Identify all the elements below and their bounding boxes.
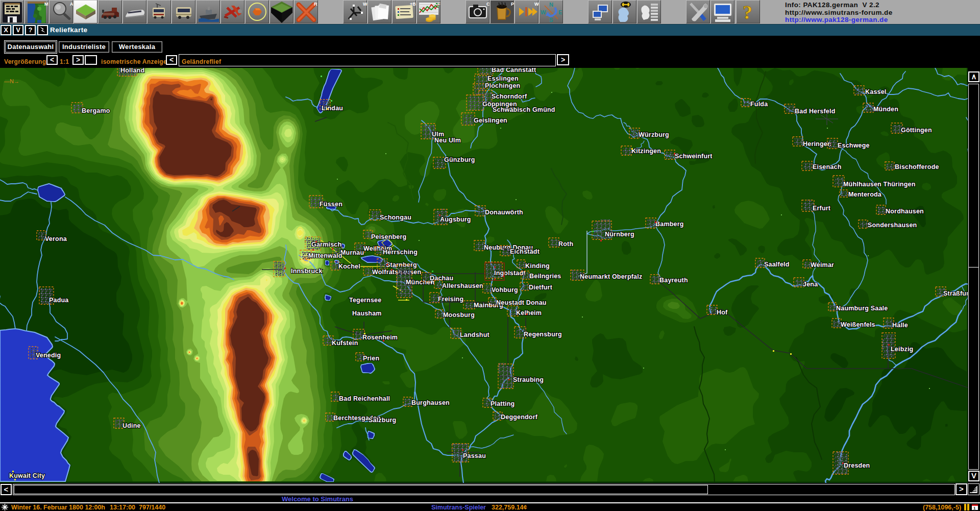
- svg-text:Deggendorf: Deggendorf: [501, 413, 538, 421]
- svg-text:Bergamo: Bergamo: [82, 107, 110, 114]
- svg-text:+B: +B: [410, 2, 416, 7]
- svg-text:Eisenach: Eisenach: [813, 163, 842, 171]
- svg-text:Bad Cannstatt: Bad Cannstatt: [492, 68, 536, 74]
- svg-text:Weißenfels: Weißenfels: [841, 321, 875, 328]
- svg-text:Nordhausen: Nordhausen: [886, 208, 924, 215]
- svg-text:Bamberg: Bamberg: [655, 221, 684, 228]
- svg-text:Schweinfurt: Schweinfurt: [675, 153, 713, 160]
- svg-text:Schwäbisch Gmünd: Schwäbisch Gmünd: [493, 106, 555, 113]
- svg-text:Erfurt: Erfurt: [813, 205, 831, 212]
- svg-text:Verona: Verona: [45, 235, 67, 242]
- svg-text:Peisenberg: Peisenberg: [371, 233, 406, 240]
- svg-text:Bischofferode: Bischofferode: [895, 163, 939, 171]
- svg-text:Plochingen: Plochingen: [485, 82, 520, 89]
- svg-text:Münden: Münden: [873, 106, 898, 113]
- svg-text:M: M: [44, 2, 48, 7]
- svg-text:Herrsching: Herrsching: [383, 249, 418, 256]
- svg-text:W: W: [363, 2, 367, 7]
- svg-text:Hof: Hof: [717, 309, 728, 316]
- svg-text:Prien: Prien: [363, 355, 379, 362]
- svg-text:Mittenwald: Mittenwald: [308, 252, 342, 259]
- svg-text:Füssen: Füssen: [320, 201, 342, 208]
- svg-text:Tegernsee: Tegernsee: [349, 297, 381, 304]
- svg-text:Burghausen: Burghausen: [411, 399, 450, 406]
- svg-text:—N→: —N→: [4, 78, 19, 84]
- svg-text:Donauwörth: Donauwörth: [485, 209, 523, 216]
- svg-text:Beilngries: Beilngries: [529, 273, 561, 280]
- svg-text:Udine: Udine: [122, 422, 141, 429]
- svg-text:Bayreuth: Bayreuth: [659, 277, 688, 284]
- svg-text:Nürnberg: Nürnberg: [605, 231, 634, 238]
- svg-text:Neu Ulm: Neu Ulm: [434, 137, 461, 144]
- svg-text:Kufstein: Kufstein: [332, 339, 358, 347]
- svg-text:W: W: [534, 2, 538, 7]
- svg-text:Fulda: Fulda: [750, 101, 768, 108]
- svg-text:Augsburg: Augsburg: [440, 216, 471, 223]
- svg-text:Salzburg: Salzburg: [369, 417, 396, 424]
- svg-text:1: 1: [973, 506, 976, 510]
- svg-text:Kochel: Kochel: [338, 263, 360, 270]
- svg-text:A: A: [70, 2, 73, 7]
- svg-text:Dachau: Dachau: [430, 275, 453, 282]
- svg-text:Göttingen: Göttingen: [901, 127, 932, 134]
- svg-text:?: ?: [743, 2, 752, 23]
- svg-text:Kitzingen: Kitzingen: [631, 148, 661, 155]
- svg-text:Roth: Roth: [558, 240, 573, 248]
- svg-text:Schongau: Schongau: [380, 214, 411, 221]
- svg-text:Eschwege: Eschwege: [838, 142, 870, 149]
- svg-text:Straubing: Straubing: [513, 376, 544, 383]
- svg-text:Jena: Jena: [803, 281, 818, 288]
- svg-text:Bad Reichenhall: Bad Reichenhall: [339, 395, 390, 402]
- svg-text:W: W: [541, 9, 546, 15]
- svg-text:Würzburg: Würzburg: [639, 131, 669, 138]
- svg-text:Naumburg Saale: Naumburg Saale: [836, 305, 888, 312]
- svg-text:Saalfeld: Saalfeld: [764, 261, 790, 268]
- svg-text:Padua: Padua: [49, 297, 69, 304]
- svg-text:S: S: [549, 17, 553, 23]
- svg-text:Holland: Holland: [120, 68, 144, 74]
- svg-text:Geislingen: Geislingen: [474, 117, 507, 124]
- svg-text:Kuwait City: Kuwait City: [9, 472, 45, 479]
- svg-text:Kinding: Kinding: [525, 262, 550, 270]
- svg-text:Rosenheim: Rosenheim: [362, 334, 398, 341]
- svg-text:Innsbruck: Innsbruck: [291, 267, 323, 275]
- svg-text:Platting: Platting: [491, 400, 514, 407]
- svg-text:Murnau: Murnau: [340, 249, 364, 256]
- svg-text:Halle: Halle: [892, 322, 908, 329]
- svg-text:Dietfurt: Dietfurt: [529, 284, 553, 291]
- svg-text:Regensburg: Regensburg: [524, 331, 562, 338]
- svg-text:Eichstädt: Eichstädt: [510, 248, 540, 255]
- svg-text:Neumarkt Oberpfalz: Neumarkt Oberpfalz: [580, 273, 642, 280]
- svg-text:P: P: [511, 2, 514, 7]
- svg-text:Passau: Passau: [463, 452, 486, 459]
- svg-text:Neustadt Donau: Neustadt Donau: [496, 299, 547, 306]
- svg-text:R: R: [314, 2, 317, 7]
- svg-text:Mühlhausen Thüringen: Mühlhausen Thüringen: [843, 181, 916, 188]
- svg-text:Freising: Freising: [438, 296, 463, 303]
- svg-text:Straßfur: Straßfur: [943, 290, 968, 297]
- svg-text:Allershausen: Allershausen: [442, 282, 483, 289]
- svg-text:Moosburg: Moosburg: [443, 311, 475, 319]
- svg-text:Hausham: Hausham: [352, 310, 382, 317]
- svg-text:Dresden: Dresden: [844, 462, 870, 469]
- svg-text:Schorndorf: Schorndorf: [492, 93, 527, 100]
- svg-text:F: F: [437, 2, 440, 7]
- svg-text:Günzburg: Günzburg: [444, 156, 475, 163]
- svg-text:E: E: [558, 9, 562, 15]
- svg-text:Sondershausen: Sondershausen: [868, 222, 917, 229]
- svg-text:Lindau: Lindau: [322, 105, 343, 112]
- svg-text:Kelheim: Kelheim: [516, 309, 542, 317]
- svg-text:Kassel: Kassel: [865, 88, 887, 95]
- svg-text:Bad Hersfeld: Bad Hersfeld: [795, 108, 836, 115]
- svg-text:Menteroda: Menteroda: [848, 191, 882, 198]
- svg-text:N: N: [549, 2, 553, 8]
- svg-text:Landshut: Landshut: [460, 331, 489, 338]
- svg-text:Esslingen: Esslingen: [487, 75, 519, 82]
- svg-text:C: C: [486, 2, 489, 7]
- svg-text:Venedig: Venedig: [36, 352, 61, 359]
- svg-text:Vohburg: Vohburg: [492, 286, 518, 294]
- svg-text:Weimar: Weimar: [811, 261, 834, 269]
- svg-text:Leibzig: Leibzig: [891, 346, 913, 353]
